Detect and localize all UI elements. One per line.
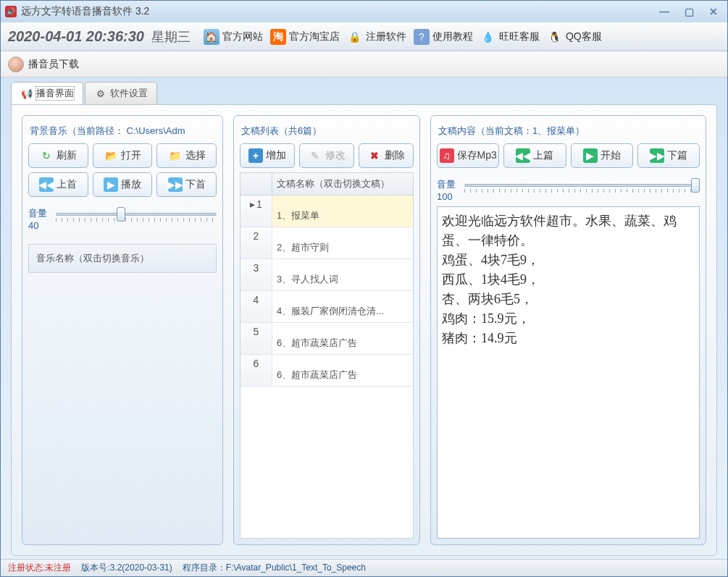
rewind-icon: ◀◀: [516, 148, 530, 163]
version-label: 版本号:3.2(2020-03-31): [81, 562, 172, 574]
official-site-link[interactable]: 🏠官方网站: [204, 29, 263, 45]
doc-list-title: 文稿列表（共6篇）: [240, 122, 414, 143]
workarea: 背景音乐（当前路径： C:\Users\Adm ↻刷新 📂打开 📁选择 ◀◀上首…: [11, 104, 717, 556]
weekday-display: 星期三: [151, 28, 191, 46]
pencil-icon: ✎: [308, 148, 322, 163]
next-doc-button[interactable]: ▶▶下篇: [637, 143, 700, 168]
music-list-header: 音乐名称（双击切换音乐）: [28, 244, 217, 273]
program-dir-label: 程序目录：F:\Avatar_Public\1_Text_To_Speech: [183, 562, 366, 574]
megaphone-icon: 📢: [20, 87, 33, 100]
table-row[interactable]: 44、服装厂家倒闭清仓清...: [240, 291, 413, 323]
row-index: 3: [240, 259, 272, 290]
document-table: 文稿名称（双击切换文稿） 11、报菜单22、超市守则33、寻人找人词44、服装厂…: [240, 172, 414, 539]
delete-icon: ✖: [367, 148, 382, 163]
status-bar: 注册状态:未注册 版本号:3.2(2020-03-31) 程序目录：F:\Ava…: [1, 559, 727, 576]
table-row[interactable]: 56、超市蔬菜店广告: [240, 323, 413, 355]
plus-icon: +: [248, 148, 263, 163]
qq-icon: 🐧: [547, 29, 563, 45]
row-name: 1、报菜单: [272, 195, 413, 227]
wangwang-icon: 💧: [480, 29, 496, 45]
row-name: 6、超市蔬菜店广告: [272, 355, 413, 386]
bg-music-title: 背景音乐（当前路径： C:\Users\Adm: [28, 122, 217, 143]
datetime-display: 2020-04-01 20:36:30: [8, 28, 144, 45]
add-doc-button[interactable]: +增加: [240, 143, 295, 168]
home-icon: 🏠: [204, 29, 219, 45]
register-status: 注册状态:未注册: [8, 562, 71, 574]
start-play-button[interactable]: ▶开始: [571, 143, 633, 168]
next-track-button[interactable]: ▶▶下首: [156, 172, 217, 197]
document-content-panel: 文稿内容（当前文稿：1、报菜单） ♫保存Mp3 ◀◀上篇 ▶开始 ▶▶下篇 音量…: [430, 115, 706, 545]
app-window: 远方文字转语音播音软件 3.2 — ▢ ✕ 2020-04-01 20:36:3…: [0, 0, 728, 577]
row-index: 1: [240, 195, 272, 227]
forward-icon: ▶▶: [650, 148, 664, 163]
tab-settings[interactable]: ⚙软件设置: [85, 82, 157, 104]
close-button[interactable]: ✕: [704, 6, 723, 17]
column-doc-name: 文稿名称（双击切换文稿）: [272, 173, 413, 195]
content-textarea[interactable]: [437, 206, 700, 539]
table-row[interactable]: 66、超市蔬菜店广告: [240, 355, 413, 387]
music-note-icon: ♫: [440, 148, 454, 163]
table-row[interactable]: 33、寻人找人词: [240, 259, 413, 291]
content-volume-slider[interactable]: [464, 180, 700, 194]
table-row[interactable]: 22、超市守则: [240, 227, 413, 259]
document-list-panel: 文稿列表（共6篇） +增加 ✎修改 ✖删除 文稿名称（双击切换文稿） 11、报菜…: [233, 115, 420, 545]
tab-row: 📢播音界面 ⚙软件设置: [1, 77, 727, 104]
folder-icon: 📁: [168, 148, 183, 163]
play-track-button[interactable]: ▶播放: [93, 172, 153, 197]
row-name: 6、超市蔬菜店广告: [272, 323, 413, 354]
play-icon: ▶: [104, 177, 118, 192]
background-music-panel: 背景音乐（当前路径： C:\Users\Adm ↻刷新 📂打开 📁选择 ◀◀上首…: [22, 115, 223, 545]
maximize-button[interactable]: ▢: [679, 6, 698, 17]
window-title: 远方文字转语音播音软件 3.2: [21, 5, 655, 18]
doc-content-title: 文稿内容（当前文稿：1、报菜单）: [437, 122, 700, 143]
save-mp3-button[interactable]: ♫保存Mp3: [437, 143, 499, 168]
announcer-download-link[interactable]: 播音员下载: [28, 58, 79, 71]
row-index: 2: [240, 227, 272, 258]
refresh-icon: ↻: [39, 148, 54, 163]
row-index: 6: [240, 355, 272, 386]
gear-icon: ⚙: [94, 87, 107, 100]
row-index: 5: [240, 323, 272, 354]
minimize-button[interactable]: —: [655, 6, 674, 17]
open-folder-icon: 📂: [104, 148, 118, 163]
help-icon: ?: [414, 29, 430, 45]
row-name: 3、寻人找人词: [272, 259, 413, 290]
qq-link[interactable]: 🐧QQ客服: [547, 29, 602, 45]
music-volume-slider[interactable]: [56, 209, 217, 223]
table-row[interactable]: 11、报菜单: [240, 195, 413, 227]
edit-doc-button[interactable]: ✎修改: [299, 143, 354, 168]
play-icon: ▶: [583, 148, 598, 163]
row-index: 4: [240, 291, 272, 322]
open-button[interactable]: 📂打开: [93, 143, 153, 168]
tutorial-link[interactable]: ?使用教程: [414, 29, 473, 45]
music-volume-label: 音量40: [28, 207, 50, 231]
row-name: 2、超市守则: [272, 227, 413, 258]
main-toolbar: 2020-04-01 20:36:30 星期三 🏠官方网站 淘官方淘宝店 🔒注册…: [1, 22, 727, 51]
app-icon: [5, 6, 17, 17]
prev-track-button[interactable]: ◀◀上首: [28, 172, 88, 197]
prev-doc-button[interactable]: ◀◀上篇: [503, 143, 566, 168]
prev-icon: ◀◀: [39, 177, 54, 192]
lock-icon: 🔒: [347, 29, 363, 45]
refresh-button[interactable]: ↻刷新: [28, 143, 88, 168]
register-link[interactable]: 🔒注册软件: [347, 29, 406, 45]
table-header: 文稿名称（双击切换文稿）: [240, 173, 413, 195]
delete-doc-button[interactable]: ✖删除: [359, 143, 414, 168]
sub-toolbar: 播音员下载: [1, 51, 727, 77]
next-icon: ▶▶: [168, 177, 183, 192]
wangwang-link[interactable]: 💧旺旺客服: [480, 29, 540, 45]
titlebar[interactable]: 远方文字转语音播音软件 3.2 — ▢ ✕: [1, 1, 727, 22]
taobao-icon: 淘: [270, 29, 286, 45]
content-volume-label: 音量100: [437, 178, 459, 202]
avatar-icon: [8, 56, 24, 72]
choose-button[interactable]: 📁选择: [156, 143, 217, 168]
taobao-link[interactable]: 淘官方淘宝店: [270, 29, 340, 45]
tab-broadcast[interactable]: 📢播音界面: [11, 82, 83, 104]
row-name: 4、服装厂家倒闭清仓清...: [272, 291, 413, 322]
